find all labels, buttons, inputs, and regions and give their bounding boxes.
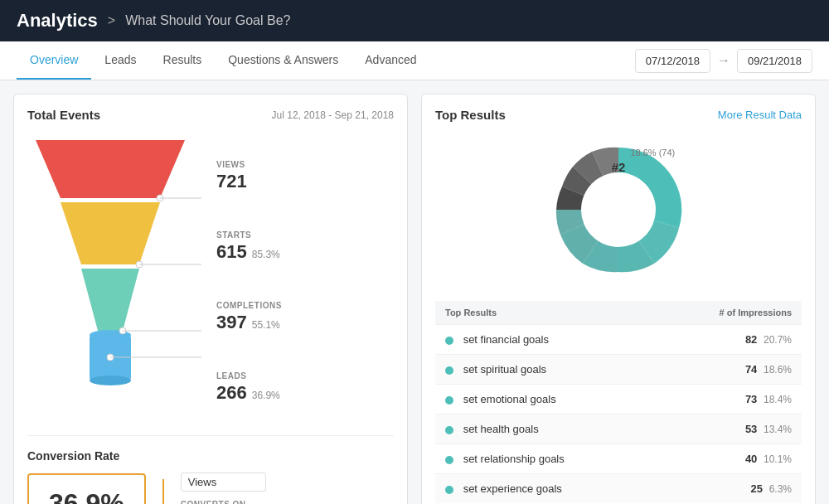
result-dot bbox=[445, 366, 453, 375]
conversion-title: Conversion Rate bbox=[27, 449, 394, 463]
left-panel-title: Total Events bbox=[27, 108, 100, 122]
donut-chart bbox=[544, 135, 693, 284]
result-percentage: 20.7% bbox=[764, 334, 792, 346]
tab-questions-answers[interactable]: Questions & Answers bbox=[215, 41, 351, 80]
result-count: 40 bbox=[745, 453, 757, 465]
result-impression: 74 18.6% bbox=[656, 355, 802, 385]
conversion-rate-box: 36.9% bbox=[27, 473, 146, 504]
nav-tabs: Overview Leads Results Questions & Answe… bbox=[17, 41, 430, 80]
result-impression: 53 13.4% bbox=[656, 414, 802, 444]
starts-pct: 85.3% bbox=[252, 249, 280, 260]
result-percentage: 13.4% bbox=[764, 424, 792, 435]
conversion-content: 36.9% Views Starts Completions CONVERTS … bbox=[27, 472, 394, 504]
date-arrow-icon: → bbox=[717, 53, 730, 68]
svg-marker-0 bbox=[36, 140, 185, 198]
table-row: set experience goals 25 6.3% bbox=[435, 474, 802, 504]
date-to[interactable]: 09/21/2018 bbox=[737, 49, 812, 73]
result-label: set financial goals bbox=[435, 325, 656, 355]
table-row: set emotional goals 73 18.4% bbox=[435, 385, 802, 414]
main-content: Total Events Jul 12, 2018 - Sep 21, 2018 bbox=[0, 80, 829, 504]
result-count: 74 bbox=[745, 363, 757, 376]
table-row: set health goals 53 13.4% bbox=[435, 414, 802, 444]
result-label: set experience goals bbox=[435, 474, 656, 504]
app-header: Analytics > What Should Your Goal Be? bbox=[0, 0, 829, 41]
funnel-stats: VIEWS 721 STARTS 615 85.3% COMPLETIONS 3… bbox=[210, 132, 394, 415]
result-percentage: 18.6% bbox=[764, 364, 792, 376]
result-dot bbox=[445, 456, 453, 464]
result-percentage: 10.1% bbox=[764, 453, 792, 465]
more-result-data-link[interactable]: More Result Data bbox=[718, 109, 802, 121]
result-dot bbox=[445, 337, 453, 345]
result-impression: 82 20.7% bbox=[656, 325, 802, 355]
result-dot bbox=[445, 486, 453, 494]
result-count: 82 bbox=[745, 333, 757, 346]
donut-chart-wrapper: #2 18.6% (74) bbox=[435, 135, 802, 284]
result-name: set spiritual goals bbox=[463, 363, 546, 376]
conversion-options: Views Starts Completions CONVERTS ON Lea… bbox=[181, 472, 266, 504]
donut-center-label: #2 bbox=[612, 160, 626, 174]
result-name: set relationship goals bbox=[463, 453, 565, 465]
result-name: set health goals bbox=[463, 423, 539, 435]
result-label: set emotional goals bbox=[435, 385, 656, 414]
page-subtitle: What Should Your Goal Be? bbox=[125, 13, 290, 28]
date-from[interactable]: 07/12/2018 bbox=[635, 49, 710, 73]
tab-leads[interactable]: Leads bbox=[91, 41, 149, 80]
result-dot bbox=[445, 396, 453, 405]
result-count: 73 bbox=[745, 393, 757, 405]
views-select[interactable]: Views Starts Completions bbox=[181, 472, 266, 492]
starts-value: 615 bbox=[216, 241, 247, 263]
funnel-visual bbox=[27, 132, 193, 405]
conversion-section: Conversion Rate 36.9% Views Starts Compl… bbox=[27, 435, 394, 504]
result-impression: 73 18.4% bbox=[656, 385, 802, 414]
result-name: set experience goals bbox=[463, 482, 562, 495]
result-label: set relationship goals bbox=[435, 444, 656, 474]
result-percentage: 6.3% bbox=[769, 483, 792, 495]
stat-starts: STARTS 615 85.3% bbox=[210, 219, 394, 274]
col-header-result: Top Results bbox=[435, 301, 656, 325]
svg-point-14 bbox=[581, 172, 656, 247]
table-header-row: Top Results # of Impressions bbox=[435, 301, 802, 325]
donut-rank-label: #2 bbox=[612, 160, 626, 174]
date-range-picker: 07/12/2018 → 09/21/2018 bbox=[635, 49, 812, 73]
funnel-container: VIEWS 721 STARTS 615 85.3% COMPLETIONS 3… bbox=[27, 132, 394, 415]
right-panel-title: Top Results bbox=[435, 108, 506, 122]
views-select-wrapper: Views Starts Completions bbox=[181, 472, 266, 492]
svg-marker-1 bbox=[61, 202, 160, 264]
results-table: Top Results # of Impressions set financi… bbox=[435, 301, 802, 503]
tab-advanced[interactable]: Advanced bbox=[351, 41, 429, 80]
tab-overview[interactable]: Overview bbox=[17, 41, 91, 80]
result-label: set spiritual goals bbox=[435, 355, 656, 385]
stat-leads: LEADS 266 36.9% bbox=[210, 360, 394, 415]
left-panel: Total Events Jul 12, 2018 - Sep 21, 2018 bbox=[13, 94, 408, 504]
result-name: set emotional goals bbox=[463, 393, 556, 405]
result-label: set health goals bbox=[435, 414, 656, 444]
leads-value: 266 bbox=[216, 382, 247, 404]
leads-pct: 36.9% bbox=[252, 390, 280, 401]
left-panel-date: Jul 12, 2018 - Sep 21, 2018 bbox=[272, 109, 394, 121]
tab-results[interactable]: Results bbox=[150, 41, 216, 80]
conversion-divider bbox=[162, 479, 164, 505]
right-panel-header: Top Results More Result Data bbox=[435, 108, 802, 122]
app-title: Analytics bbox=[17, 10, 98, 32]
nav-bar: Overview Leads Results Questions & Answe… bbox=[0, 41, 829, 80]
table-row: set spiritual goals 74 18.6% bbox=[435, 355, 802, 385]
donut-sub-label: 18.6% (74) bbox=[630, 148, 675, 158]
views-value: 721 bbox=[216, 171, 247, 192]
table-row: set relationship goals 40 10.1% bbox=[435, 444, 802, 474]
converts-on-label: CONVERTS ON bbox=[181, 500, 266, 504]
left-panel-header: Total Events Jul 12, 2018 - Sep 21, 2018 bbox=[27, 108, 394, 122]
svg-marker-2 bbox=[81, 269, 139, 331]
svg-point-5 bbox=[90, 376, 131, 385]
stat-views: VIEWS 721 bbox=[210, 148, 394, 204]
result-name: set financial goals bbox=[463, 333, 549, 346]
result-impression: 25 6.3% bbox=[656, 474, 802, 504]
table-row: set financial goals 82 20.7% bbox=[435, 325, 802, 355]
funnel-chart bbox=[27, 140, 193, 405]
result-dot bbox=[445, 426, 453, 434]
result-count: 25 bbox=[751, 482, 763, 495]
result-count: 53 bbox=[745, 423, 757, 435]
completions-pct: 55.1% bbox=[252, 319, 280, 331]
breadcrumb-separator: > bbox=[108, 13, 115, 28]
col-header-impressions: # of Impressions bbox=[656, 301, 802, 325]
stat-completions: COMPLETIONS 397 55.1% bbox=[210, 289, 394, 345]
